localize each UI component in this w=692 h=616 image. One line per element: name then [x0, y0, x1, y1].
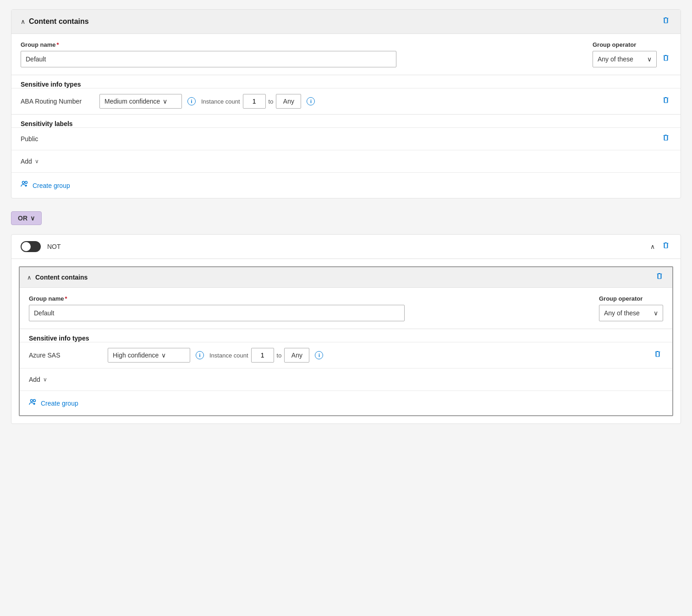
section2-add-chevron-icon: ∨ [43, 376, 47, 383]
section1-delete-button[interactable] [660, 16, 671, 27]
section1-sensitive-types-label: Sensitive info types [21, 81, 671, 88]
section2-azure-delete-button[interactable] [652, 350, 663, 361]
section1-instance-to-input[interactable] [276, 94, 301, 109]
section2-azure-left: Azure SAS High confidence ∨ i Instance c… [29, 348, 652, 363]
section1-add-label: Add [21, 158, 32, 165]
not-header-left: NOT [21, 241, 61, 252]
not-delete-button[interactable] [660, 241, 671, 252]
section1-confidence-info-icon[interactable]: i [187, 97, 196, 105]
section2-group-operator-value: Any of these [604, 309, 640, 317]
section2-create-group-label: Create group [41, 400, 78, 407]
section1-create-group-label: Create group [33, 182, 70, 189]
not-header-right: ∧ [650, 241, 671, 252]
section2-confidence-dropdown[interactable]: High confidence ∨ [108, 348, 190, 363]
not-bottom-padding [11, 416, 681, 424]
not-collapse-icon[interactable]: ∧ [650, 243, 655, 250]
section1-group-row: Group name* Group operator Any of these … [11, 34, 681, 75]
section2-confidence-info-icon[interactable]: i [196, 351, 204, 359]
or-label: OR [18, 214, 27, 222]
svg-point-0 [22, 182, 25, 184]
section2-to-label: to [277, 352, 282, 359]
section2-create-group-icon [29, 398, 37, 408]
not-label: NOT [47, 243, 61, 250]
section1-group-operator-value: Any of these [598, 55, 633, 63]
section1-collapse-icon[interactable]: ∧ [21, 18, 25, 25]
svg-point-1 [25, 182, 27, 184]
section1-group-name-label: Group name* [21, 41, 583, 48]
section1-group-delete-button[interactable] [660, 54, 671, 65]
section2-title: Content contains [35, 274, 88, 281]
svg-point-3 [33, 400, 36, 402]
section1-title: Content contains [29, 17, 89, 26]
section1-header: ∧ Content contains [11, 10, 681, 34]
section2-group-name-label: Group name* [29, 295, 590, 302]
section2-instance-to-input[interactable] [284, 348, 309, 363]
section1-sensitive-subsection: Sensitive info types [11, 75, 681, 88]
page-wrapper: ∧ Content contains Group name* Group ope… [0, 0, 692, 616]
section1-public-label: Public [21, 135, 38, 143]
not-toggle[interactable] [21, 241, 41, 252]
section2-add-label: Add [29, 376, 40, 383]
section2-collapse-icon[interactable]: ∧ [27, 274, 32, 281]
section1-confidence-value: Medium confidence [104, 98, 160, 105]
section2-instance-from-input[interactable] [251, 348, 274, 363]
or-section: OR ∨ [11, 206, 681, 231]
section1-confidence-chevron-icon: ∨ [163, 98, 167, 105]
section2-add-row: Add ∨ [20, 368, 672, 390]
section1-group-name-section: Group name* [21, 41, 583, 67]
section2-instance-info-icon[interactable]: i [315, 351, 323, 359]
section1-group-operator-section: Group operator Any of these ∨ [593, 41, 671, 67]
section2-create-group-row: Create group [20, 390, 672, 415]
section1-instance-from-input[interactable] [243, 94, 266, 109]
section2-inner-card: ∧ Content contains Group name* Grou [19, 266, 673, 416]
section1-confidence-dropdown[interactable]: Medium confidence ∨ [99, 94, 182, 109]
section2-group-operator-section: Group operator Any of these ∨ [599, 295, 663, 321]
section1-sensitivity-labels-label: Sensitivity labels [21, 120, 671, 127]
section1-create-group-icon [21, 180, 29, 191]
section1-group-operator-dropdown[interactable]: Any of these ∨ [593, 51, 657, 67]
section2-add-button[interactable]: Add ∨ [29, 374, 47, 385]
section1-to-label: to [269, 98, 274, 105]
section1-group-operator-label: Group operator [593, 41, 671, 48]
section2-sensitive-types-label: Sensitive info types [29, 335, 663, 342]
section2-instance-count-group: Instance count to [209, 348, 309, 363]
section1-instance-count-label: Instance count [201, 98, 240, 105]
section2-create-group-button[interactable]: Create group [29, 396, 78, 410]
section1-header-left: ∧ Content contains [21, 17, 89, 26]
section2-sensitive-subsection: Sensitive info types [20, 329, 672, 342]
section2-azure-name: Azure SAS [29, 352, 102, 359]
section2-instance-count-label: Instance count [209, 352, 248, 359]
section1-create-group-button[interactable]: Create group [21, 178, 70, 192]
or-button[interactable]: OR ∨ [11, 211, 42, 225]
section1-sensitivity-subsection: Sensitivity labels [11, 114, 681, 127]
toggle-knob [22, 242, 31, 251]
section2-confidence-value: High confidence [113, 352, 159, 359]
section1-group-name-input[interactable] [21, 51, 396, 67]
section1-instance-count-group: Instance count to [201, 94, 301, 109]
section1-instance-info-icon[interactable]: i [307, 97, 315, 105]
section1-public-delete-button[interactable] [660, 133, 671, 144]
section2-inner-header: ∧ Content contains [20, 267, 672, 288]
section1-operator-chevron-icon: ∨ [647, 55, 652, 63]
section2-azure-row: Azure SAS High confidence ∨ i Instance c… [20, 342, 672, 368]
section1-add-button[interactable]: Add ∨ [21, 156, 39, 167]
section1-card: ∧ Content contains Group name* Group ope… [11, 9, 681, 198]
section2-inner-header-left: ∧ Content contains [27, 274, 88, 281]
section1-aba-row: ABA Routing Number Medium confidence ∨ i… [11, 88, 681, 114]
section2-confidence-chevron-icon: ∨ [161, 352, 166, 359]
section2-group-row: Group name* Group operator Any of these … [20, 288, 672, 329]
section2-group-name-input[interactable] [29, 305, 405, 321]
section1-aba-delete-button[interactable] [660, 96, 671, 107]
section2-group-operator-label: Group operator [599, 295, 663, 302]
section2-operator-chevron-icon: ∨ [654, 309, 658, 317]
or-chevron-icon: ∨ [30, 214, 35, 222]
section1-public-row: Public [11, 127, 681, 150]
section1-aba-name: ABA Routing Number [21, 98, 94, 105]
not-header: NOT ∧ [11, 235, 681, 259]
section2-group-operator-dropdown[interactable]: Any of these ∨ [599, 305, 663, 321]
svg-point-2 [31, 400, 33, 402]
section1-add-chevron-icon: ∨ [35, 158, 39, 165]
section1-create-group-row: Create group [11, 172, 681, 198]
section2-delete-button[interactable] [654, 272, 665, 283]
section1-add-row: Add ∨ [11, 150, 681, 172]
